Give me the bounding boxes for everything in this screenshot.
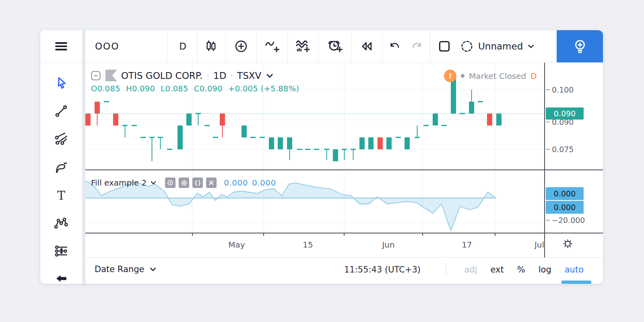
bottom-bar-divider: [446, 263, 446, 276]
hamburger-menu-icon: [54, 39, 69, 54]
clock[interactable]: 11:55:43 (UTC+3): [344, 265, 421, 275]
toolbar-divider: [225, 30, 226, 62]
toolbar-divider: [287, 30, 288, 62]
candle-body: [305, 149, 310, 150]
time-axis[interactable]: May15Jun17Jul: [85, 233, 544, 258]
candle-body: [386, 137, 392, 149]
tool-pitchfork[interactable]: [40, 128, 82, 151]
circle-plus-icon: [233, 39, 249, 54]
redo-button[interactable]: [406, 30, 428, 62]
candle-body: [269, 137, 274, 149]
indicator-tick-label: −20.000: [546, 216, 585, 225]
toggle-auto[interactable]: auto: [565, 265, 584, 275]
tool-brush[interactable]: [40, 156, 82, 179]
candle-body: [85, 114, 91, 126]
replay-button[interactable]: [352, 30, 381, 62]
candle-body: [442, 125, 447, 126]
time-axis-label: 15: [292, 240, 324, 250]
indicator-value-badge[interactable]: 0.000: [546, 187, 584, 200]
layout-button[interactable]: [431, 30, 457, 62]
pitchfork-icon: [54, 132, 69, 147]
toggle-ext[interactable]: ext: [491, 265, 504, 275]
toggle-adj[interactable]: adj: [464, 265, 477, 275]
last-price-badge[interactable]: 0.090: [546, 107, 584, 120]
tool-xabcd-pattern[interactable]: [40, 211, 82, 235]
high-value: H0.090: [126, 84, 155, 93]
candle-body: [378, 137, 383, 149]
chevron-down-icon: [527, 42, 535, 50]
alarm-plus-icon: [327, 38, 343, 54]
sun-theme-icon[interactable]: [562, 238, 573, 249]
svg-text:T: T: [57, 189, 65, 202]
layout-name-button[interactable]: Unnamed: [460, 30, 555, 62]
symbol-ticker: OOO: [95, 41, 119, 52]
tool-long-position[interactable]: [40, 239, 82, 262]
pane-separator[interactable]: [85, 169, 603, 170]
toolbar-divider: [430, 30, 430, 62]
layout-name-label: Unnamed: [478, 41, 523, 52]
indicator-legend: Fill example 2 {}: [91, 178, 280, 188]
alert-badge[interactable]: !: [444, 70, 456, 82]
date-range-button[interactable]: Date Range: [95, 264, 157, 274]
indicator-name[interactable]: Fill example 2: [91, 178, 147, 188]
toggle-log[interactable]: log: [539, 265, 551, 275]
indicator-visibility-button[interactable]: [165, 178, 175, 188]
ideas-button[interactable]: [557, 30, 603, 62]
candle-body: [132, 125, 137, 126]
tool-back-arrow[interactable]: [40, 267, 82, 284]
candle-body: [287, 137, 292, 149]
tool-trend-line[interactable]: [40, 99, 82, 123]
time-axis-label: May: [221, 240, 253, 250]
candle-body: [113, 114, 118, 126]
redo-icon: [410, 39, 424, 54]
legend-exchange[interactable]: TSXV: [237, 70, 261, 81]
interval-button[interactable]: D: [169, 30, 196, 62]
chevron-down-icon[interactable]: [150, 179, 157, 186]
candle-body: [196, 113, 201, 114]
compare-button[interactable]: [227, 30, 255, 62]
dashed-circle-icon: [460, 39, 474, 54]
market-status: ! Market Closed D: [444, 70, 537, 82]
symbol-legend[interactable]: OTIS GOLD CORP. · 1D · TSXV: [90, 70, 274, 81]
scale-toggles: adjext%logauto: [464, 265, 584, 275]
indicator-remove-button[interactable]: [206, 178, 217, 188]
toolbar-divider: [197, 30, 198, 62]
symbol-search-button[interactable]: OOO: [85, 30, 175, 62]
status-flag[interactable]: D: [530, 71, 537, 81]
toggle-percent[interactable]: %: [517, 265, 525, 275]
ohlc-values: O0.085H0.090L0.085C0.090+0.005 (+5.88%): [91, 84, 305, 93]
indicator-value-badge[interactable]: 0.000: [546, 201, 584, 214]
candle-body: [250, 137, 256, 138]
tool-cursor[interactable]: [40, 71, 82, 95]
indicator-fill-area: [85, 181, 496, 231]
candle-body: [342, 149, 347, 150]
trend-line-icon: [54, 104, 68, 118]
indicator-source-button[interactable]: {}: [192, 178, 203, 188]
alert-glyph: !: [448, 72, 452, 80]
symbol-name[interactable]: OTIS GOLD CORP.: [121, 70, 202, 81]
time-axis-label: Jun: [372, 240, 405, 250]
toolbar-divider: [318, 30, 318, 62]
tool-text[interactable]: T: [40, 184, 82, 207]
collapse-pane-icon[interactable]: [90, 70, 101, 81]
candle-body: [297, 149, 302, 150]
legend-separator: ·: [230, 71, 233, 80]
chart-style-button[interactable]: [198, 30, 225, 62]
indicator-settings-button[interactable]: [179, 178, 189, 188]
candle-body: [433, 114, 438, 126]
indicators-button[interactable]: [258, 30, 286, 62]
chevron-down-icon: [149, 265, 157, 273]
price-axis[interactable]: 0.1000.0900.0750.0900.0000.000−20.000: [545, 62, 603, 258]
close-value: C0.090: [194, 84, 223, 93]
legend-interval[interactable]: 1D: [213, 70, 226, 81]
candle-body: [496, 114, 502, 126]
main-menu-button[interactable]: [40, 30, 82, 62]
candle-body: [368, 137, 374, 149]
chevron-down-icon[interactable]: [265, 71, 274, 80]
candle-body: [220, 114, 225, 126]
candle-body: [140, 137, 146, 138]
fundamentals-button[interactable]: [289, 30, 317, 62]
undo-button[interactable]: [383, 30, 406, 62]
alert-button[interactable]: [320, 30, 350, 62]
braces-icon: {}: [194, 180, 201, 186]
